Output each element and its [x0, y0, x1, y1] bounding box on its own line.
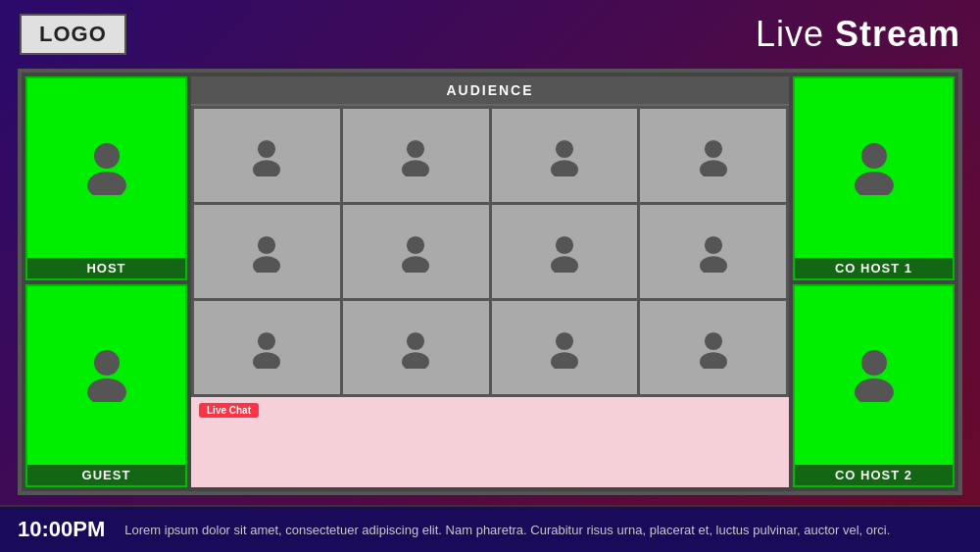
- host-box: HOST: [25, 76, 187, 280]
- audience-cell-1: [194, 109, 340, 202]
- audience-cell-3: [492, 109, 638, 202]
- guest-avatar: [77, 343, 136, 406]
- co-host-2-avatar-icon: [845, 343, 904, 402]
- svg-point-13: [253, 256, 280, 273]
- svg-point-22: [407, 331, 424, 349]
- svg-point-15: [402, 256, 429, 273]
- audience-avatar-icon-10: [395, 327, 436, 369]
- header: LOGO Live Stream: [0, 0, 980, 69]
- audience-avatar-icon-8: [693, 231, 734, 273]
- audience-grid: [191, 106, 789, 397]
- svg-point-25: [551, 352, 578, 369]
- audience-avatar-icon-1: [246, 135, 287, 176]
- svg-point-2: [94, 350, 120, 376]
- audience-cell-11: [492, 301, 638, 394]
- host-label: HOST: [27, 258, 185, 278]
- co-host-1-avatar-icon: [845, 136, 904, 195]
- title-light: Live: [756, 14, 835, 54]
- svg-point-31: [855, 378, 894, 402]
- svg-point-7: [402, 160, 429, 176]
- page-title: Live Stream: [756, 14, 960, 55]
- live-chat-badge: Live Chat: [199, 403, 259, 418]
- svg-point-10: [705, 139, 722, 157]
- audience-cell-10: [343, 301, 489, 394]
- co-host-1-box: CO HOST 1: [793, 76, 955, 280]
- left-column: HOST GUEST: [25, 76, 187, 487]
- audience-cell-6: [343, 205, 489, 298]
- svg-point-9: [551, 160, 578, 176]
- audience-avatar-icon-9: [246, 327, 287, 369]
- audience-cell-7: [492, 205, 638, 298]
- svg-point-21: [253, 352, 280, 369]
- co-host-1-label: CO HOST 1: [795, 258, 953, 278]
- svg-point-20: [258, 331, 275, 349]
- co-host-2-avatar: [845, 343, 904, 406]
- ticker-bar: 10:00PM Lorem ipsum dolor sit amet, cons…: [0, 505, 980, 552]
- main-content-area: HOST GUEST AUDIENCE: [18, 69, 962, 495]
- host-avatar: [77, 136, 136, 199]
- audience-avatar-icon-3: [544, 135, 585, 176]
- svg-point-4: [258, 139, 275, 157]
- host-avatar-icon: [77, 136, 136, 195]
- audience-cell-5: [194, 205, 340, 298]
- svg-point-28: [861, 143, 887, 169]
- audience-cell-4: [640, 109, 786, 202]
- live-chat-panel: Live Chat: [191, 397, 789, 487]
- guest-box: GUEST: [25, 284, 187, 488]
- svg-point-29: [855, 172, 894, 195]
- svg-point-1: [87, 172, 126, 195]
- co-host-1-avatar: [845, 136, 904, 199]
- svg-point-24: [556, 331, 573, 349]
- svg-point-5: [253, 160, 280, 176]
- co-host-2-label: CO HOST 2: [795, 465, 953, 485]
- center-panel: AUDIENCE Live Chat: [191, 76, 789, 487]
- audience-avatar-icon-7: [544, 231, 585, 273]
- svg-point-6: [407, 139, 424, 157]
- svg-point-27: [700, 352, 727, 369]
- svg-point-17: [551, 256, 578, 273]
- audience-cell-9: [194, 301, 340, 394]
- co-host-2-box: CO HOST 2: [793, 284, 955, 488]
- svg-point-8: [556, 139, 573, 157]
- svg-point-14: [407, 235, 424, 253]
- audience-avatar-icon-6: [395, 231, 436, 273]
- guest-avatar-icon: [77, 343, 136, 402]
- svg-point-26: [705, 331, 722, 349]
- guest-label: GUEST: [27, 465, 185, 485]
- audience-cell-12: [640, 301, 786, 394]
- svg-point-0: [94, 143, 120, 169]
- svg-point-3: [87, 378, 126, 402]
- audience-cell-8: [640, 205, 786, 298]
- svg-point-30: [861, 350, 887, 376]
- svg-point-11: [700, 160, 727, 176]
- audience-avatar-icon-5: [246, 231, 287, 273]
- audience-avatar-icon-12: [693, 327, 734, 369]
- ticker-text: Lorem ipsum dolor sit amet, consectetuer…: [124, 523, 890, 537]
- audience-avatar-icon-4: [693, 135, 734, 176]
- audience-avatar-icon-11: [544, 327, 585, 369]
- svg-point-19: [700, 256, 727, 273]
- audience-cell-2: [343, 109, 489, 202]
- svg-point-23: [402, 352, 429, 369]
- ticker-time: 10:00PM: [18, 517, 105, 542]
- svg-point-16: [556, 235, 573, 253]
- svg-point-18: [705, 235, 722, 253]
- right-column: CO HOST 1 CO HOST 2: [793, 76, 955, 487]
- title-bold: Stream: [835, 14, 960, 54]
- audience-avatar-icon-2: [395, 135, 436, 176]
- logo: LOGO: [20, 14, 126, 55]
- audience-header: AUDIENCE: [191, 76, 789, 106]
- svg-point-12: [258, 235, 275, 253]
